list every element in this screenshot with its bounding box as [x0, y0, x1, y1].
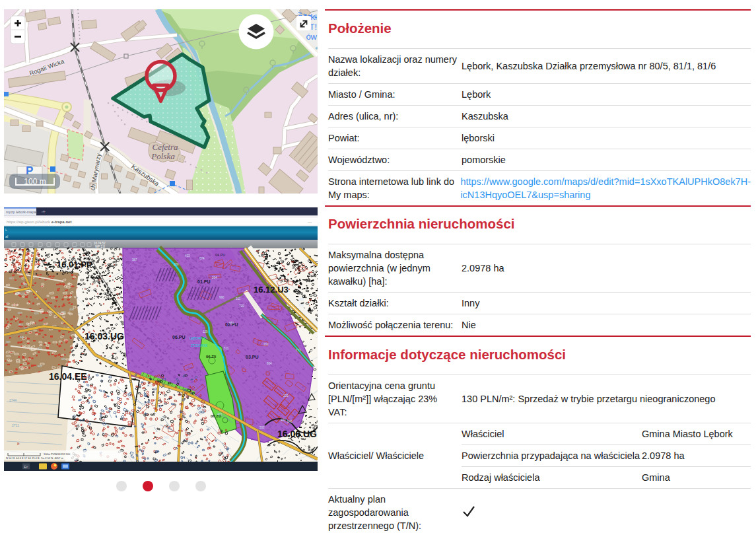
svg-text:N 54 31 44.6 E 17 44 29.4: N 54 31 44.6 E 17 44 29.4 B: 7m 2.52 N: … — [6, 456, 63, 460]
svg-text:100 m: 100 m — [24, 177, 46, 186]
svg-text:695: 695 — [61, 357, 66, 361]
svg-text:664: 664 — [267, 362, 272, 365]
svg-text:2744: 2744 — [9, 398, 17, 402]
svg-text:L: L — [5, 228, 7, 232]
svg-text:458: 458 — [69, 308, 74, 311]
svg-text:345: 345 — [20, 336, 24, 339]
svg-text:863: 863 — [18, 323, 23, 326]
svg-text:569: 569 — [6, 340, 11, 343]
svg-text:mpzp lebork-mapa|... ×: mpzp lebork-mapa|... × — [6, 210, 43, 214]
svg-text:04.PU: 04.PU — [215, 253, 225, 257]
svg-text:264: 264 — [212, 276, 217, 279]
svg-text:990: 990 — [219, 296, 224, 299]
svg-text:379: 379 — [298, 304, 304, 307]
svg-text:06.PU: 06.PU — [172, 335, 185, 339]
svg-text:471: 471 — [217, 413, 223, 416]
svg-text:16.04.EE: 16.04.EE — [49, 371, 87, 382]
svg-text:LEBORK P.: LEBORK P. — [189, 336, 207, 340]
svg-text:915: 915 — [61, 310, 66, 314]
svg-text:952: 952 — [229, 322, 234, 325]
svg-text:311: 311 — [236, 297, 241, 301]
svg-text:629: 629 — [34, 312, 39, 315]
svg-text:8:: 8: — [17, 442, 20, 446]
svg-text:811: 811 — [38, 347, 42, 350]
svg-text:233: 233 — [283, 394, 289, 398]
svg-text:2715/14/06: 2715/14/06 — [191, 343, 207, 347]
svg-text:WP 2.0: WP 2.0 — [95, 245, 105, 248]
svg-text:546: 546 — [287, 420, 292, 423]
svg-text:129: 129 — [203, 330, 208, 334]
svg-text:692: 692 — [164, 436, 169, 439]
svg-text:01.PU: 01.PU — [197, 279, 210, 284]
svg-text:al: al — [5, 234, 8, 238]
svg-text:03.PU: 03.PU — [246, 355, 258, 359]
svg-text:773: 773 — [296, 349, 301, 352]
svg-text:309: 309 — [174, 263, 179, 266]
svg-text:938: 938 — [9, 277, 14, 280]
svg-text:16.01.PP: 16.01.PP — [57, 260, 92, 269]
svg-text:06.Z5: 06.Z5 — [206, 355, 217, 359]
svg-text:674: 674 — [199, 257, 205, 260]
svg-text:842: 842 — [38, 365, 42, 368]
svg-text:611: 611 — [224, 347, 229, 350]
svg-text:559: 559 — [18, 311, 22, 314]
svg-text:103: 103 — [147, 384, 152, 388]
svg-text:Cefetra: Cefetra — [153, 142, 178, 152]
svg-text:...: ... — [308, 219, 312, 223]
svg-text:16.03.UG: 16.03.UG — [85, 331, 124, 341]
svg-text:Polska: Polska — [151, 151, 175, 161]
svg-text:ów: ów — [306, 32, 317, 42]
svg-text:387: 387 — [132, 258, 137, 262]
svg-text:433: 433 — [185, 254, 190, 258]
svg-text:+: + — [42, 209, 46, 215]
svg-text:322: 322 — [20, 292, 24, 295]
svg-text:163: 163 — [263, 343, 269, 346]
svg-text:936: 936 — [200, 408, 205, 411]
svg-text:720: 720 — [239, 304, 244, 308]
svg-text:2711: 2711 — [12, 423, 19, 427]
svg-text:https://sip.gison.pl/lebork e-: https://sip.gison.pl/lebork e-trapa.net — [7, 220, 71, 224]
svg-text:305: 305 — [299, 298, 304, 301]
svg-text:533: 533 — [259, 426, 265, 429]
svg-text:Er: Er — [24, 465, 28, 469]
svg-text:480: 480 — [281, 419, 286, 422]
svg-text:16.06.UG: 16.06.UG — [277, 429, 317, 439]
svg-text:16.12.U3: 16.12.U3 — [254, 285, 289, 295]
svg-text:100m PUWG1992 200: 100m PUWG1992 200 — [44, 452, 71, 456]
